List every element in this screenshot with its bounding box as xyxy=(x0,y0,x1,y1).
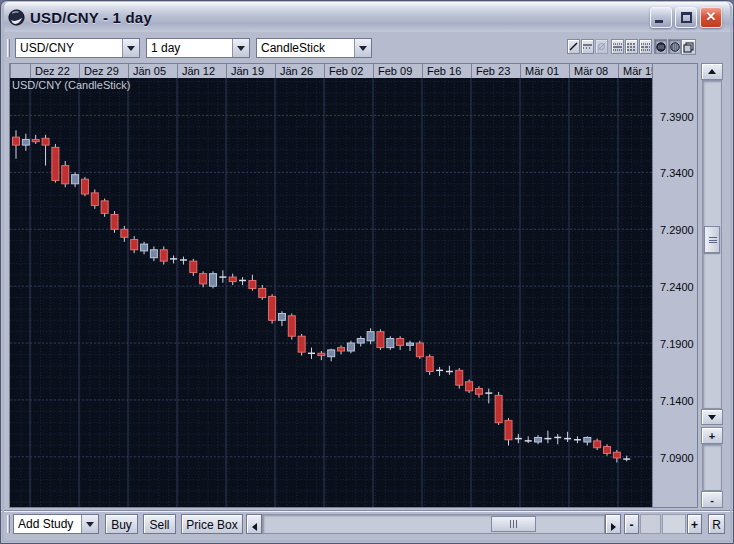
divider xyxy=(1,510,734,512)
x-axis-label: Jän 19 xyxy=(226,64,275,78)
interval-dropdown-button[interactable] xyxy=(232,39,249,57)
ellipse-tool-button xyxy=(595,39,608,54)
y-axis-label: 7.3400 xyxy=(660,167,694,179)
arrow-left-icon xyxy=(252,523,257,531)
x-axis-label: Feb 09 xyxy=(373,64,422,78)
symbol-value: USD/CNY xyxy=(16,39,122,57)
vertical-zoom-in-button[interactable]: + xyxy=(701,427,723,444)
grid-style-dashes-button[interactable] xyxy=(625,39,638,54)
y-axis-label: 7.1900 xyxy=(660,338,694,350)
chart-window: USD/CNY - 1 day ✕ USD/CNY 1 day CandleSt… xyxy=(0,0,734,544)
reset-button[interactable]: R xyxy=(708,514,725,534)
vertical-scroll-rail: + - xyxy=(701,63,723,508)
scroll-right-button[interactable] xyxy=(605,514,621,534)
chart-type-select[interactable]: CandleStick xyxy=(256,38,372,58)
x-axis-label: Mär 08 xyxy=(569,64,618,78)
zoom-track-cell xyxy=(640,514,661,534)
add-study-dropdown-button[interactable] xyxy=(81,515,98,533)
vertical-zoom-track[interactable] xyxy=(702,444,722,491)
horizontal-zoom-out-button[interactable]: - xyxy=(624,514,639,534)
bottom-toolbar-grip[interactable] xyxy=(7,515,10,533)
scroll-down-button[interactable] xyxy=(701,409,723,425)
candle xyxy=(347,341,354,354)
chart-type-value: CandleStick xyxy=(257,39,354,57)
pattern-circle-light-icon xyxy=(670,42,680,52)
y-axis-label: 7.1400 xyxy=(660,395,694,407)
candle xyxy=(466,379,473,393)
y-axis-label: 7.2900 xyxy=(660,224,694,236)
y-axis: 7.39007.34007.29007.24007.19007.14007.09… xyxy=(653,63,698,508)
candle xyxy=(387,336,394,350)
candle xyxy=(377,329,384,349)
vertical-zoom-out-button[interactable]: - xyxy=(701,491,723,508)
y-axis-label: 7.3900 xyxy=(660,111,694,123)
title-bar[interactable]: USD/CNY - 1 day ✕ xyxy=(2,2,734,32)
x-axis-label: Jän 26 xyxy=(275,64,324,78)
horizontal-line-icon xyxy=(583,42,592,51)
chart-background xyxy=(10,78,653,508)
grid-mixed-icon xyxy=(641,42,650,51)
chevron-down-icon xyxy=(127,46,135,51)
x-axis-label: Feb 16 xyxy=(422,64,471,78)
price-box-button[interactable]: Price Box xyxy=(181,514,243,534)
x-axis-label: Jän 12 xyxy=(177,64,226,78)
candle xyxy=(269,294,276,324)
candle xyxy=(456,368,463,388)
vertical-scrollbar-thumb[interactable] xyxy=(704,226,720,253)
maximize-button[interactable] xyxy=(675,7,697,28)
toolbar-grip[interactable] xyxy=(7,39,10,57)
symbol-dropdown-button[interactable] xyxy=(122,39,139,57)
grid-style-mixed-button[interactable] xyxy=(639,39,652,54)
horizontal-scrollbar-thumb[interactable] xyxy=(491,516,536,532)
grid-dashes-icon xyxy=(627,42,636,51)
candle xyxy=(288,313,295,339)
ellipse-slash-icon xyxy=(597,42,606,51)
chevron-down-icon xyxy=(359,46,367,51)
arrow-up-icon xyxy=(708,69,716,74)
candle xyxy=(52,144,59,183)
x-axis-label: Feb 23 xyxy=(471,64,520,78)
minimize-button[interactable] xyxy=(650,7,672,28)
chart-type-dropdown-button[interactable] xyxy=(354,39,371,57)
horizontal-scrollbar-track[interactable] xyxy=(262,514,605,534)
y-axis-label: 7.2400 xyxy=(660,281,694,293)
bottom-toolbar: Add Study Buy Sell Price Box - + R xyxy=(5,513,731,536)
add-study-value: Add Study xyxy=(14,515,81,533)
x-axis-label: Jän 05 xyxy=(128,64,177,78)
candle xyxy=(111,211,118,233)
trend-line-icon xyxy=(569,42,578,51)
vertical-scrollbar-track[interactable] xyxy=(702,80,722,409)
horizontal-zoom-in-button[interactable]: + xyxy=(687,514,702,534)
close-icon: ✕ xyxy=(701,9,721,24)
window-title: USD/CNY - 1 day xyxy=(30,9,152,26)
grid-dots-icon xyxy=(613,42,622,51)
pattern-fill-dark-button[interactable] xyxy=(654,39,667,54)
chevron-down-icon xyxy=(86,522,94,527)
trend-line-tool-button[interactable] xyxy=(567,39,580,54)
interval-select[interactable]: 1 day xyxy=(146,38,250,58)
horizontal-line-tool-button[interactable] xyxy=(581,39,594,54)
candle xyxy=(495,392,502,425)
x-axis-empty-cell xyxy=(10,64,30,78)
scroll-up-button[interactable] xyxy=(701,63,723,80)
candle xyxy=(426,354,433,374)
candle xyxy=(416,341,423,359)
cascade-windows-button[interactable] xyxy=(681,39,696,55)
x-axis-label: Dez 22 xyxy=(30,64,79,78)
candle xyxy=(298,334,305,356)
pattern-fill-light-button[interactable] xyxy=(668,39,681,54)
y-axis-label: 7.0900 xyxy=(660,452,694,464)
x-axis-label: Feb 02 xyxy=(324,64,373,78)
close-button[interactable]: ✕ xyxy=(700,7,722,28)
candlestick-chart[interactable]: USD/CNY (CandleStick) xyxy=(9,78,653,508)
grid-style-dots-button[interactable] xyxy=(611,39,624,54)
scroll-left-button[interactable] xyxy=(246,514,262,534)
sell-button[interactable]: Sell xyxy=(143,514,176,534)
symbol-select[interactable]: USD/CNY xyxy=(15,38,140,58)
app-globe-icon xyxy=(8,9,25,26)
chevron-down-icon xyxy=(237,46,245,51)
buy-button[interactable]: Buy xyxy=(105,514,138,534)
add-study-select[interactable]: Add Study xyxy=(13,514,99,534)
x-axis-label: Dez 29 xyxy=(79,64,128,78)
interval-value: 1 day xyxy=(147,39,232,57)
